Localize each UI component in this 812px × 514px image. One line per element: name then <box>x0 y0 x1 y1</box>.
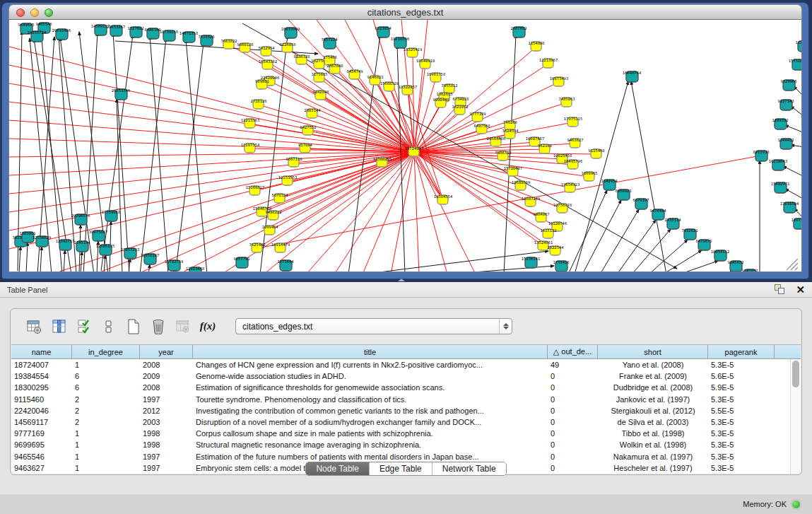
black-citation-edge[interactable] <box>582 200 621 272</box>
table-row[interactable]: 1830029562008Estimation of significance … <box>11 382 801 393</box>
black-citation-edge[interactable] <box>150 36 168 272</box>
new-column-icon[interactable] <box>125 318 142 335</box>
teal-graph-node[interactable]: 12156829 <box>33 235 52 247</box>
teal-graph-node[interactable]: 1112544 <box>795 40 802 52</box>
yellow-graph-node[interactable]: 1099484 <box>261 225 278 235</box>
black-citation-edge[interactable] <box>104 255 105 272</box>
table-settings-icon[interactable] <box>26 318 43 335</box>
red-citation-edge[interactable] <box>270 81 414 152</box>
teal-graph-node[interactable]: 2687682 <box>510 26 526 37</box>
zoom-window-button[interactable] <box>45 8 53 17</box>
yellow-graph-node[interactable]: 8454749 <box>346 69 363 79</box>
red-citation-edge[interactable] <box>414 78 436 152</box>
black-citation-edge[interactable] <box>363 251 548 272</box>
black-citation-edge[interactable] <box>19 247 20 272</box>
yellow-graph-node[interactable]: 9984067 <box>533 212 549 222</box>
yellow-graph-node[interactable]: 1154808 <box>528 41 544 51</box>
column-header-year[interactable]: year <box>140 345 193 358</box>
yellow-graph-node[interactable]: 18107554 <box>241 143 260 153</box>
yellow-graph-node[interactable]: 18807249 <box>522 197 541 206</box>
teal-graph-node[interactable]: 12342737 <box>56 239 75 250</box>
yellow-graph-node[interactable]: 2718126 <box>250 99 266 109</box>
black-citation-edge[interactable] <box>81 252 82 272</box>
yellow-graph-node[interactable]: 2803144 <box>304 108 321 118</box>
yellow-graph-node[interactable]: 10973493 <box>550 76 569 86</box>
column-header-out_de[interactable]: △ out_de... <box>548 345 598 358</box>
red-citation-edge[interactable] <box>414 152 548 234</box>
yellow-graph-node[interactable]: 9860126 <box>237 42 253 52</box>
teal-graph-node[interactable]: 8813054 <box>375 26 392 37</box>
teal-graph-node[interactable]: 1571644 <box>277 259 294 271</box>
column-header-name[interactable]: name <box>11 345 72 358</box>
delete-table-icon[interactable] <box>175 318 192 335</box>
teal-graph-node[interactable]: 9529966 <box>780 79 796 90</box>
yellow-graph-node[interactable]: 917004 <box>298 143 313 153</box>
yellow-graph-node[interactable]: 2522544 <box>547 245 564 255</box>
teal-graph-node[interactable]: 16958107 <box>141 253 160 264</box>
yellow-graph-node[interactable]: 9498222 <box>265 210 281 220</box>
yellow-graph-node[interactable]: 989601 <box>255 79 269 89</box>
stacked-boxes-icon[interactable] <box>100 318 117 335</box>
column-header-in_degree[interactable]: in_degree <box>72 345 140 358</box>
teal-graph-node[interactable]: 1733426 <box>553 260 569 271</box>
yellow-graph-node[interactable]: 15166827 <box>246 185 265 195</box>
yellow-graph-node[interactable]: 7663822 <box>220 39 237 49</box>
yellow-graph-node[interactable]: 10688609 <box>512 180 531 190</box>
table-row[interactable]: 1872400712008Changes of HCN gene express… <box>11 359 801 370</box>
teal-graph-node[interactable]: 10654112 <box>711 250 730 261</box>
yellow-graph-node[interactable]: 8226058 <box>279 42 295 52</box>
yellow-graph-node[interactable]: 19654923 <box>561 182 580 192</box>
table-selector-dropdown[interactable]: citations_edges.txt <box>235 318 512 334</box>
teal-graph-node[interactable]: 14671358 <box>180 31 199 42</box>
yellow-graph-node[interactable]: 16914479 <box>271 243 290 252</box>
teal-graph-node[interactable]: 20691406 <box>52 28 71 40</box>
function-builder-icon[interactable]: f(x) <box>199 318 216 335</box>
table-row[interactable]: 1456911722003Disruption of a novel membe… <box>11 416 801 428</box>
black-citation-edge[interactable] <box>64 250 65 272</box>
black-citation-edge[interactable] <box>447 266 554 272</box>
table-row[interactable]: 977716911998Corpus callosum shape and si… <box>11 428 801 439</box>
red-citation-edge[interactable] <box>414 152 476 272</box>
yellow-graph-node[interactable]: 1615132 <box>540 228 556 238</box>
yellow-graph-node[interactable]: 17975115 <box>564 117 583 127</box>
yellow-graph-node[interactable]: 7485063 <box>558 97 575 107</box>
teal-graph-node[interactable]: 7932621 <box>681 228 698 240</box>
red-citation-edge[interactable] <box>9 152 414 157</box>
yellow-graph-node[interactable]: 18322037 <box>399 85 418 95</box>
teal-graph-node[interactable]: 17957233 <box>121 247 140 259</box>
teal-graph-node[interactable]: 7515526 <box>198 35 214 46</box>
red-citation-edge[interactable] <box>259 105 414 152</box>
teal-graph-node[interactable]: 12505135 <box>96 244 115 255</box>
yellow-graph-node[interactable]: 18640910 <box>416 59 435 69</box>
checklist-icon[interactable] <box>76 318 93 335</box>
yellow-graph-node[interactable]: 18325419 <box>404 47 423 57</box>
column-header-pagerank[interactable]: pagerank <box>708 345 775 358</box>
teal-graph-node[interactable]: 1167533 <box>791 218 802 229</box>
close-window-button[interactable] <box>16 8 25 17</box>
teal-graph-node[interactable]: 9245052 <box>741 269 758 272</box>
yellow-graph-node[interactable]: 16961758 <box>427 72 446 82</box>
teal-graph-node[interactable]: 1244412 <box>777 138 794 149</box>
show-columns-icon[interactable] <box>51 318 68 335</box>
resize-grip-icon[interactable] <box>784 258 801 271</box>
yellow-graph-node[interactable]: 8427552 <box>300 125 316 135</box>
yellow-graph-node[interactable]: 5878334 <box>271 193 288 203</box>
yellow-graph-node[interactable]: 19384554 <box>434 194 453 204</box>
table-row[interactable]: 911546021997Tourette syndrome. Phenomeno… <box>11 394 801 405</box>
red-citation-edge[interactable] <box>9 152 414 212</box>
tab-node-table[interactable]: Node Table <box>306 462 370 475</box>
yellow-graph-node[interactable]: 3175685 <box>311 72 327 82</box>
table-row[interactable]: 2242004622012Investigating the contribut… <box>11 405 801 416</box>
network-canvas[interactable]: 9699695946554624055724206914061456911710… <box>8 20 802 272</box>
teal-graph-node[interactable]: 7857224 <box>321 37 338 49</box>
teal-graph-node[interactable]: 16033809 <box>281 27 300 38</box>
black-citation-edge[interactable] <box>663 250 702 272</box>
teal-graph-node[interactable]: 12923448 <box>186 267 205 272</box>
yellow-graph-node[interactable]: 15720407 <box>504 166 523 176</box>
yellow-graph-node[interactable]: 1621072 <box>452 105 468 115</box>
teal-graph-node[interactable]: 1209382 <box>772 118 788 129</box>
black-citation-edge[interactable] <box>101 35 133 271</box>
teal-graph-node[interactable]: 9857791 <box>233 257 249 268</box>
red-citation-edge[interactable] <box>312 114 414 152</box>
teal-graph-node[interactable]: 20206576 <box>71 214 90 225</box>
